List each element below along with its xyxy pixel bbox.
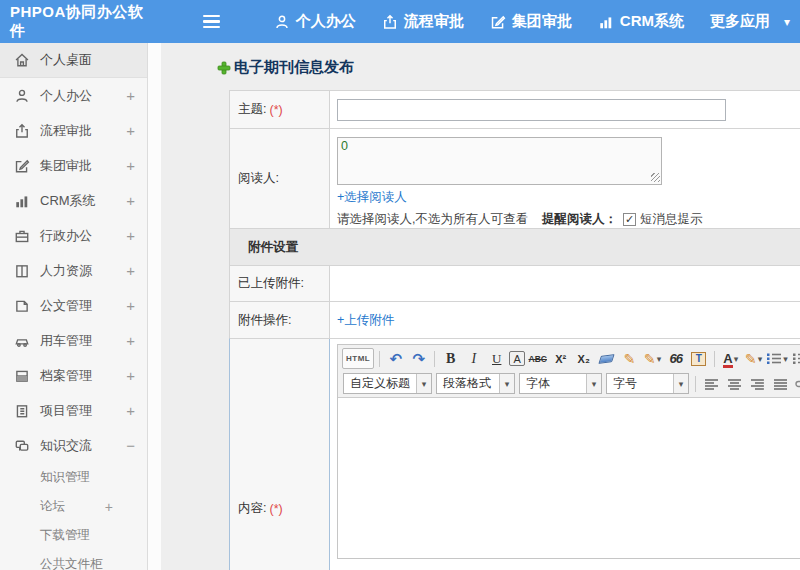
content-row: 内容: (*) HTML ↶ ↷ B xyxy=(229,338,800,570)
ordered-list-button[interactable]: ▾ xyxy=(766,348,788,369)
chevron-down-icon[interactable]: ▾ xyxy=(784,15,790,29)
quick-format-button[interactable]: ✎▾ xyxy=(642,348,663,369)
expand-toggle[interactable]: + xyxy=(126,87,135,104)
sidebar-item-personal-desktop[interactable]: 个人桌面 xyxy=(0,43,147,78)
html-source-button[interactable]: HTML xyxy=(342,348,374,369)
heading-select[interactable]: 自定义标题▾ xyxy=(343,373,432,394)
paragraph-format-value: 段落格式 xyxy=(437,374,499,393)
chevron-down-icon: ▾ xyxy=(758,354,763,364)
subject-input[interactable] xyxy=(337,99,726,121)
sidebar-subitem-download-mgmt[interactable]: 下载管理 xyxy=(0,521,147,550)
editor-content-area[interactable] xyxy=(338,398,800,558)
expand-toggle[interactable]: + xyxy=(126,332,135,349)
sidebar-item-vehicle-mgmt[interactable]: 用车管理 + xyxy=(0,323,147,358)
font-color-button[interactable]: A▾ xyxy=(720,348,741,369)
expand-toggle[interactable]: + xyxy=(126,122,135,139)
sidebar-subitem-public-file-cabinet[interactable]: 公共文件柜 xyxy=(0,550,147,570)
nav-group-approval[interactable]: 集团审批 xyxy=(490,12,572,31)
paragraph-format-select[interactable]: 段落格式▾ xyxy=(436,373,515,394)
sidebar-item-hr[interactable]: 人力资源 + xyxy=(0,253,147,288)
undo-button[interactable]: ↶ xyxy=(385,348,406,369)
uploaded-attachments-value xyxy=(330,266,800,301)
sidebar-item-label: 知识交流 xyxy=(40,437,126,455)
rich-text-editor: HTML ↶ ↷ B I U A ABC X² xyxy=(337,344,800,559)
hamburger-menu-icon[interactable] xyxy=(203,12,220,32)
nav-process-approval[interactable]: 流程审批 xyxy=(382,12,464,31)
expand-toggle[interactable]: + xyxy=(126,227,135,244)
highlighter-icon: ✎ xyxy=(745,351,757,367)
redo-button[interactable]: ↷ xyxy=(408,348,429,369)
expand-toggle[interactable]: + xyxy=(126,297,135,314)
nav-label: 流程审批 xyxy=(404,12,464,31)
unordered-list-button[interactable] xyxy=(790,348,800,369)
chat-bubbles-icon xyxy=(14,438,30,454)
edit-icon xyxy=(490,14,506,30)
sidebar-subitem-knowledge-mgmt[interactable]: 知识管理 xyxy=(0,463,147,492)
sidebar-subitem-forum[interactable]: 论坛 + xyxy=(0,492,147,521)
font-family-select[interactable]: 字体▾ xyxy=(519,373,602,394)
upload-attachment-link[interactable]: +上传附件 xyxy=(337,312,394,329)
font-name-button[interactable]: A xyxy=(509,351,525,366)
nav-personal-office[interactable]: 个人办公 xyxy=(274,12,356,31)
sidebar-item-document-mgmt[interactable]: 公文管理 + xyxy=(0,288,147,323)
expand-toggle[interactable]: + xyxy=(126,262,135,279)
readers-textarea[interactable]: 0 xyxy=(337,137,662,185)
expand-toggle[interactable]: + xyxy=(126,192,135,209)
expand-toggle[interactable]: + xyxy=(126,367,135,384)
collapse-toggle[interactable]: − xyxy=(126,437,135,454)
subscript-button[interactable]: X₂ xyxy=(573,348,594,369)
expand-toggle[interactable]: + xyxy=(105,499,113,515)
app-title: PHPOA协同办公软件 xyxy=(10,3,151,41)
sidebar-item-group-approval[interactable]: 集团审批 + xyxy=(0,148,147,183)
page-title: 电子期刊信息发布 xyxy=(234,58,354,77)
font-size-select[interactable]: 字号▾ xyxy=(606,373,689,394)
align-right-button[interactable] xyxy=(747,373,768,394)
italic-button[interactable]: I xyxy=(463,348,484,369)
blockquote-button[interactable]: 66 xyxy=(665,348,686,369)
align-left-button[interactable] xyxy=(701,373,722,394)
font-color-icon: A xyxy=(723,350,732,368)
sidebar-item-process-approval[interactable]: 流程审批 + xyxy=(0,113,147,148)
align-justify-button[interactable] xyxy=(770,373,791,394)
insert-link-button[interactable] xyxy=(793,373,800,394)
remove-format-button[interactable] xyxy=(596,348,617,369)
sidebar-item-crm[interactable]: CRM系统 + xyxy=(0,183,147,218)
expand-toggle[interactable]: + xyxy=(126,402,135,419)
bold-button[interactable]: B xyxy=(440,348,461,369)
sidebar-item-label: 公文管理 xyxy=(40,297,126,315)
sidebar-item-archive-mgmt[interactable]: 档案管理 + xyxy=(0,358,147,393)
underline-button[interactable]: U xyxy=(486,348,507,369)
nav-label: 更多应用 xyxy=(710,12,770,31)
expand-toggle[interactable]: + xyxy=(126,157,135,174)
publish-form: 主题: (*) 阅读人: 0 +选择阅读人 xyxy=(229,90,800,570)
top-bar: PHPOA协同办公软件 个人办公 流程审批 集团审批 CRM系统 更多应用 ▾ xyxy=(0,0,800,43)
book-icon xyxy=(14,263,30,279)
sidebar-item-label: 个人办公 xyxy=(40,87,126,105)
sms-checkbox[interactable]: ✓ xyxy=(623,213,636,226)
sidebar-item-label: 用车管理 xyxy=(40,332,126,350)
superscript-button[interactable]: X² xyxy=(550,348,571,369)
share-up-icon xyxy=(14,123,30,139)
strikethrough-button[interactable]: ABC xyxy=(527,348,548,369)
insert-table-button[interactable]: T xyxy=(688,348,709,369)
archive-icon xyxy=(14,368,30,384)
sidebar-item-project-mgmt[interactable]: 项目管理 + xyxy=(0,393,147,428)
highlight-color-button[interactable]: ✎▾ xyxy=(743,348,764,369)
nav-more-apps[interactable]: 更多应用 xyxy=(710,12,770,31)
briefcase-icon xyxy=(14,228,30,244)
sidebar-subitem-label: 知识管理 xyxy=(40,469,113,486)
chevron-down-icon: ▾ xyxy=(783,354,788,364)
uploaded-attachments-label: 已上传附件: xyxy=(238,275,304,292)
chevron-down-icon: ▾ xyxy=(657,354,662,364)
sidebar-item-admin-office[interactable]: 行政办公 + xyxy=(0,218,147,253)
sidebar-item-knowledge-exchange[interactable]: 知识交流 − xyxy=(0,428,147,463)
format-painter-button[interactable]: ✎ xyxy=(619,348,640,369)
sidebar-item-label: 人力资源 xyxy=(40,262,126,280)
remind-readers-label: 提醒阅读人： xyxy=(542,211,617,228)
select-readers-link[interactable]: +选择阅读人 xyxy=(337,189,407,206)
nav-crm[interactable]: CRM系统 xyxy=(598,12,684,31)
chevron-down-icon: ▾ xyxy=(734,354,739,364)
sidebar-item-personal-office[interactable]: 个人办公 + xyxy=(0,78,147,113)
sidebar-subitem-label: 论坛 xyxy=(40,498,105,515)
align-center-button[interactable] xyxy=(724,373,745,394)
